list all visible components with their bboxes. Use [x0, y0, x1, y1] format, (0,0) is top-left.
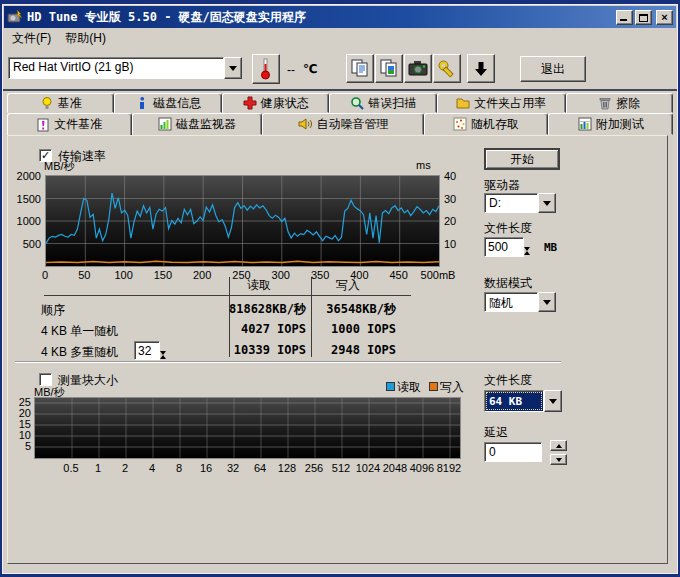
chevron-down-icon	[543, 201, 551, 206]
row-sequential-label: 顺序	[41, 302, 65, 319]
maximize-icon	[639, 14, 648, 22]
drive-combo[interactable]: D:	[484, 193, 556, 213]
tab-benchmark[interactable]: 基准	[7, 93, 114, 113]
axis-tick-label: 150	[143, 269, 183, 281]
tab-label: 基准	[58, 95, 82, 112]
copy-image-button[interactable]	[375, 54, 403, 83]
tab-label: 擦除	[616, 95, 640, 112]
scan-magnifier-icon	[350, 96, 364, 110]
axis-tick-label: 250	[222, 269, 262, 281]
block-file-length-combo[interactable]: 64 KB	[484, 390, 562, 412]
axis-tick-label: 20	[444, 215, 456, 227]
extra-tests-icon	[578, 117, 592, 131]
health-cross-icon	[243, 96, 257, 110]
temperature-value: --	[287, 63, 295, 77]
tab-file-benchmark[interactable]: 文件基准	[7, 113, 132, 135]
copy-text-button[interactable]	[346, 54, 374, 83]
axis-tick-label: 40	[444, 170, 456, 182]
delay-input[interactable]: 0	[484, 442, 542, 462]
axis-tick-label: 5	[8, 440, 31, 452]
maximize-button[interactable]	[635, 10, 652, 25]
toolbar: Red Hat VirtIO (21 gB) -- ℃	[3, 48, 677, 91]
tab-label: 错误扫描	[368, 95, 416, 112]
tab-erase[interactable]: 擦除	[566, 93, 673, 113]
info-icon	[135, 96, 149, 110]
axis-tick-label: 400	[339, 269, 379, 281]
4k-multi-read-value: 10339 IOPS	[188, 343, 306, 357]
block-size-label: 测量块大小	[58, 372, 118, 389]
4k-multi-write-value: 2948 IOPS	[313, 343, 396, 357]
axis-tick-label: 100	[104, 269, 144, 281]
tab-disk-monitor[interactable]: 磁盘监视器	[132, 113, 263, 135]
menu-help[interactable]: 帮助(H)	[58, 28, 113, 49]
spin-up-icon	[556, 444, 562, 448]
queue-depth-value: 32	[134, 341, 160, 360]
transfer-rate-chart	[45, 175, 440, 267]
tab-label: 磁盘监视器	[176, 116, 236, 133]
tab-label: 自动噪音管理	[317, 116, 389, 133]
axis-tick-label: 8192	[429, 462, 469, 474]
block-file-length-value: 64 KB	[484, 390, 544, 412]
drive-combo-value: D:	[484, 193, 538, 213]
read-legend-swatch	[386, 382, 395, 391]
exit-button[interactable]: 退出	[520, 56, 586, 82]
data-mode-arrow[interactable]	[538, 292, 556, 312]
data-mode-label: 数据模式	[484, 275, 532, 292]
tab-strip: 基准 磁盘信息 健康状态 错误扫描 文件夹占用率 擦除	[3, 91, 677, 135]
close-button[interactable]: ×	[656, 10, 673, 25]
block-size-chart	[34, 397, 461, 459]
delay-label: 延迟	[484, 424, 508, 441]
chevron-down-icon	[229, 66, 237, 71]
left-axis-unit-label: MB/秒	[44, 159, 75, 174]
spin-down-button[interactable]	[524, 251, 540, 265]
axis-tick-label: 10	[444, 238, 456, 250]
drive-selector-arrow[interactable]	[224, 57, 242, 79]
queue-depth-spinner[interactable]: 32	[134, 341, 176, 360]
save-results-button[interactable]	[467, 54, 495, 83]
lightbulb-icon	[40, 96, 54, 110]
block-file-length-label: 文件长度	[484, 372, 532, 389]
drive-combo-arrow[interactable]	[538, 193, 556, 213]
4k-single-write-value: 1000 IOPS	[313, 322, 396, 336]
spin-down-button[interactable]	[160, 355, 176, 369]
right-axis-unit-label: ms	[416, 159, 431, 171]
axis-tick-label: 50	[64, 269, 104, 281]
axis-tick-label: 500	[8, 238, 41, 250]
sequential-read-value: 818628KB/秒	[188, 301, 306, 318]
delay-down-button[interactable]	[550, 454, 567, 465]
title-bar: HD Tune 专业版 5.50 - 硬盘/固态硬盘实用程序 ×	[4, 6, 676, 28]
tab-folder-usage[interactable]: 文件夹占用率	[437, 93, 566, 113]
tab-error-scan[interactable]: 错误扫描	[329, 93, 436, 113]
row-4k-multi-label: 4 KB 多重随机	[41, 344, 118, 361]
app-logo-icon	[7, 9, 23, 25]
legend-read-item: 读取	[386, 379, 421, 396]
screenshot-button[interactable]	[404, 54, 432, 83]
speaker-icon	[298, 117, 313, 131]
drive-selector-value: Red Hat VirtIO (21 gB)	[8, 57, 224, 79]
app-window: HD Tune 专业版 5.50 - 硬盘/固态硬盘实用程序 × 文件(F) 帮…	[2, 4, 678, 574]
delay-up-button[interactable]	[550, 440, 567, 451]
copy-text-icon	[350, 59, 370, 78]
block-file-length-arrow[interactable]	[544, 390, 562, 412]
start-button[interactable]: 开始	[484, 148, 560, 170]
tab-random-access[interactable]: 随机存取	[424, 113, 549, 135]
axis-tick-label: 500mB	[418, 269, 458, 281]
tab-disk-info[interactable]: 磁盘信息	[114, 93, 221, 113]
tab-extra-tests[interactable]: 附加测试	[548, 113, 673, 135]
axis-tick-label: 300	[261, 269, 301, 281]
tab-label: 随机存取	[471, 116, 519, 133]
table-divider	[311, 277, 312, 357]
chevron-down-icon	[549, 399, 557, 404]
file-length-spinner[interactable]: 500	[484, 237, 540, 257]
tab-auto-acoustic[interactable]: 自动噪音管理	[262, 113, 423, 135]
menu-file[interactable]: 文件(F)	[5, 28, 58, 49]
random-access-icon	[453, 117, 467, 131]
minimize-icon	[620, 19, 627, 21]
drive-selector[interactable]: Red Hat VirtIO (21 gB)	[8, 57, 242, 79]
tab-health[interactable]: 健康状态	[222, 93, 329, 113]
options-button[interactable]	[433, 54, 461, 83]
temperature-button[interactable]	[252, 54, 280, 84]
minimize-button[interactable]	[616, 10, 633, 25]
data-mode-combo[interactable]: 随机	[484, 292, 556, 312]
file-length-label: 文件长度	[484, 220, 532, 237]
